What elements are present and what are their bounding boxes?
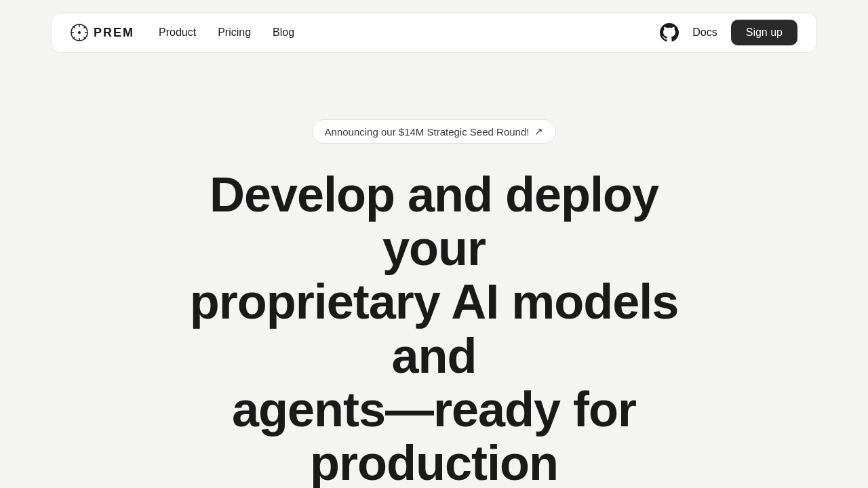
external-link-icon: ↗ [534,125,543,138]
svg-point-1 [78,31,81,34]
navbar-wrapper: PREM Product Pricing Blog Docs Sign up [0,0,868,65]
announcement-text: Announcing our $14M Strategic Seed Round… [325,126,530,138]
nav-item-product[interactable]: Product [159,26,196,39]
hero-title-line1: Develop and deploy your [210,167,658,275]
logo-icon [71,24,88,41]
nav-links: Product Pricing Blog [159,26,294,39]
signup-button[interactable]: Sign up [731,20,797,45]
nav-link-pricing[interactable]: Pricing [218,26,251,38]
github-icon[interactable] [660,23,679,42]
nav-item-blog[interactable]: Blog [273,26,294,39]
navbar: PREM Product Pricing Blog Docs Sign up [51,12,817,53]
logo-link[interactable]: PREM [71,24,134,41]
hero-title-line2: proprietary AI models and [190,274,679,382]
hero-title-line3: agents—ready for production [232,382,636,488]
nav-left: PREM Product Pricing Blog [71,24,294,41]
hero-title: Develop and deploy your proprietary AI m… [163,168,705,488]
hero-section: Announcing our $14M Strategic Seed Round… [0,65,868,488]
nav-right: Docs Sign up [660,20,797,45]
announcement-badge[interactable]: Announcing our $14M Strategic Seed Round… [312,119,557,144]
logo-text: PREM [94,26,134,40]
nav-link-product[interactable]: Product [159,26,196,38]
nav-item-pricing[interactable]: Pricing [218,26,251,39]
nav-link-blog[interactable]: Blog [273,26,294,38]
docs-link[interactable]: Docs [692,26,717,39]
